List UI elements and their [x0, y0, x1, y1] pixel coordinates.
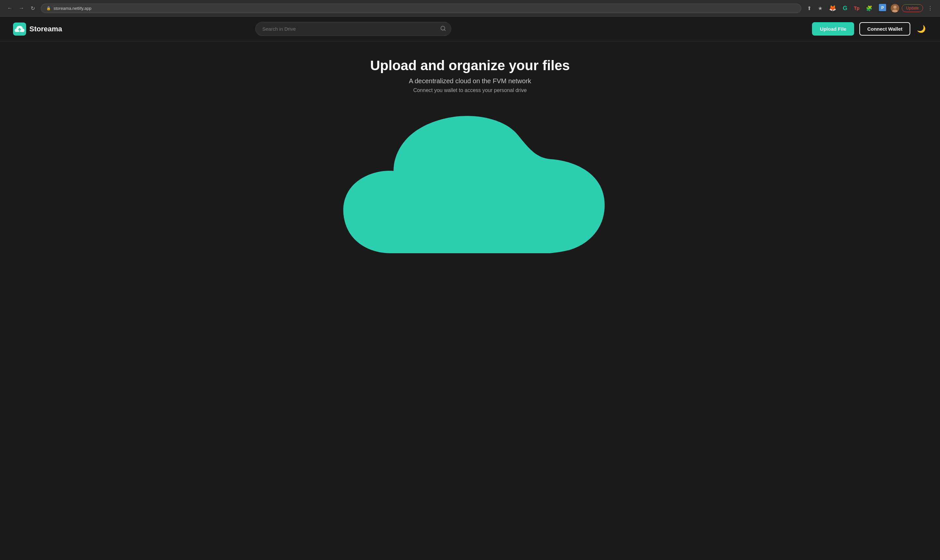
- search-input[interactable]: [255, 22, 451, 36]
- browser-actions: ⬆ ★ 🦊 G Tp 🧩 P Update ⋮: [805, 3, 935, 14]
- moon-icon: 🌙: [917, 25, 926, 33]
- theme-toggle-button[interactable]: 🌙: [915, 23, 927, 35]
- browser-menu-button[interactable]: ⋮: [926, 4, 935, 13]
- browser-nav-buttons: ← → ↻: [5, 4, 37, 13]
- svg-point-3: [893, 6, 897, 9]
- upload-file-button[interactable]: Upload File: [812, 22, 854, 35]
- update-button[interactable]: Update: [902, 4, 923, 12]
- main-content: Upload and organize your files A decentr…: [0, 42, 940, 285]
- svg-text:P: P: [881, 6, 884, 10]
- app-container: Storeama Upload File Connect Wallet 🌙: [0, 17, 940, 560]
- hero-description: Connect you wallet to access your person…: [413, 88, 527, 93]
- reload-button[interactable]: ↻: [29, 4, 37, 13]
- grammarly-icon-btn[interactable]: G: [841, 4, 849, 13]
- user-avatar[interactable]: [891, 4, 899, 12]
- extensions-icon-btn[interactable]: 🦊: [827, 3, 838, 13]
- profile-icon-btn[interactable]: P: [877, 3, 888, 14]
- browser-chrome: ← → ↻ 🔒 storeama.netlify.app ⬆ ★ 🦊 G Tp …: [0, 0, 940, 17]
- share-button[interactable]: ⬆: [805, 4, 813, 13]
- search-container: [255, 22, 451, 36]
- svg-line-7: [444, 29, 445, 30]
- back-button[interactable]: ←: [5, 4, 14, 13]
- logo-icon: [13, 23, 26, 35]
- address-bar[interactable]: 🔒 storeama.netlify.app: [41, 4, 801, 13]
- cloud-svg: [327, 110, 614, 285]
- tp-icon-btn[interactable]: Tp: [852, 4, 861, 12]
- header-actions: Upload File Connect Wallet 🌙: [812, 22, 927, 35]
- puzzle-icon-btn[interactable]: 🧩: [864, 4, 874, 13]
- hero-title: Upload and organize your files: [370, 58, 570, 74]
- forward-button[interactable]: →: [17, 4, 26, 13]
- url-text: storeama.netlify.app: [54, 6, 91, 11]
- search-input-wrapper: [255, 22, 451, 36]
- lock-icon: 🔒: [46, 6, 51, 11]
- logo-area[interactable]: Storeama: [13, 23, 72, 35]
- app-header: Storeama Upload File Connect Wallet 🌙: [0, 17, 940, 42]
- hero-subtitle: A decentralized cloud on the FVM network: [409, 77, 531, 85]
- bookmark-button[interactable]: ★: [816, 4, 824, 13]
- search-icon: [440, 25, 446, 32]
- logo-text: Storeama: [29, 25, 62, 33]
- cloud-illustration: [323, 110, 617, 285]
- connect-wallet-button[interactable]: Connect Wallet: [859, 22, 910, 35]
